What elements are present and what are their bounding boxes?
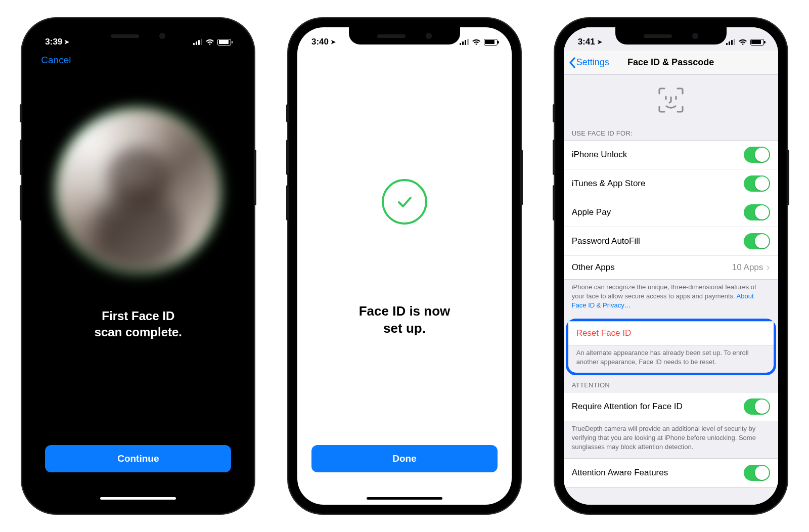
cell-password-autofill[interactable]: Password AutoFill bbox=[564, 227, 778, 256]
cell-detail: 10 Apps bbox=[732, 262, 763, 273]
toggle-switch[interactable] bbox=[744, 204, 770, 220]
battery-icon bbox=[750, 39, 764, 46]
wifi-icon bbox=[205, 39, 214, 46]
cellular-icon bbox=[193, 39, 202, 45]
reset-footer: An alternate appearance has already been… bbox=[568, 345, 774, 373]
phone-frame-3: 3:41➤ Settings Face ID & Passcode bbox=[555, 18, 787, 514]
location-icon: ➤ bbox=[64, 38, 69, 46]
group-header-attention: ATTENTION bbox=[564, 377, 778, 392]
cell-iphone-unlock[interactable]: iPhone Unlock bbox=[564, 141, 778, 169]
toggle-switch[interactable] bbox=[744, 233, 770, 249]
done-button[interactable]: Done bbox=[311, 445, 498, 472]
faceid-icon bbox=[564, 75, 778, 125]
screen-faceid-settings: 3:41➤ Settings Face ID & Passcode bbox=[564, 27, 778, 505]
battery-icon bbox=[217, 39, 231, 46]
group-footer: iPhone can recognize the unique, three-d… bbox=[564, 280, 778, 317]
status-time: 3:40 bbox=[311, 37, 329, 47]
face-scan-preview bbox=[55, 107, 221, 274]
setup-complete-text: Face ID is now set up. bbox=[297, 303, 512, 337]
notch bbox=[82, 27, 194, 45]
cellular-icon bbox=[460, 39, 469, 45]
phone-frame-2: 3:40➤ Face ID is now set up. Done bbox=[288, 18, 521, 514]
cell-attention-aware[interactable]: Attention Aware Features bbox=[564, 459, 778, 487]
toggle-switch[interactable] bbox=[744, 175, 770, 192]
cell-label: Require Attention for Face ID bbox=[572, 402, 683, 412]
cell-label: iPhone Unlock bbox=[572, 150, 627, 160]
status-time: 3:39 bbox=[45, 37, 62, 47]
cell-itunes-appstore[interactable]: iTunes & App Store bbox=[564, 169, 778, 198]
screen-faceid-scan: 3:39➤ Cancel First Face ID scan complete… bbox=[31, 27, 245, 505]
cell-label: Other Apps bbox=[572, 262, 615, 273]
toggle-switch[interactable] bbox=[744, 147, 770, 163]
cellular-icon bbox=[726, 39, 735, 45]
home-indicator[interactable] bbox=[100, 497, 176, 500]
page-title: Face ID & Passcode bbox=[627, 57, 714, 68]
continue-button[interactable]: Continue bbox=[45, 445, 231, 472]
location-icon: ➤ bbox=[331, 38, 336, 46]
battery-icon bbox=[484, 39, 498, 46]
group-header-use-faceid: USE FACE ID FOR: bbox=[564, 125, 778, 140]
wifi-icon bbox=[738, 39, 747, 46]
back-button[interactable]: Settings bbox=[569, 57, 609, 68]
wifi-icon bbox=[472, 39, 481, 46]
back-label: Settings bbox=[576, 57, 609, 68]
cell-apple-pay[interactable]: Apple Pay bbox=[564, 198, 778, 227]
highlight-annotation: Reset Face ID An alternate appearance ha… bbox=[566, 319, 776, 375]
scan-status-text: First Face ID scan complete. bbox=[31, 308, 245, 341]
notch bbox=[615, 27, 727, 45]
nav-bar: Settings Face ID & Passcode bbox=[564, 51, 778, 75]
cell-label: iTunes & App Store bbox=[572, 179, 646, 189]
checkmark-icon bbox=[382, 179, 427, 225]
attention-footer: TrueDepth camera will provide an additio… bbox=[564, 421, 778, 458]
cell-other-apps[interactable]: Other Apps 10 Apps› bbox=[564, 256, 778, 279]
cell-label: Reset Face ID bbox=[576, 328, 632, 338]
notch bbox=[349, 27, 460, 45]
cell-reset-faceid[interactable]: Reset Face ID bbox=[568, 322, 774, 345]
cell-label: Password AutoFill bbox=[572, 236, 640, 246]
home-indicator[interactable] bbox=[367, 497, 442, 500]
screen-faceid-done: 3:40➤ Face ID is now set up. Done bbox=[297, 27, 512, 505]
cell-require-attention[interactable]: Require Attention for Face ID bbox=[564, 392, 778, 421]
toggle-switch[interactable] bbox=[744, 465, 770, 481]
cell-label: Apple Pay bbox=[572, 207, 611, 217]
cell-label: Attention Aware Features bbox=[572, 468, 668, 478]
phone-frame-1: 3:39➤ Cancel First Face ID scan complete… bbox=[22, 18, 254, 514]
status-time: 3:41 bbox=[578, 37, 595, 47]
location-icon: ➤ bbox=[597, 38, 602, 46]
toggle-switch[interactable] bbox=[744, 398, 770, 415]
cancel-button[interactable]: Cancel bbox=[41, 55, 71, 66]
